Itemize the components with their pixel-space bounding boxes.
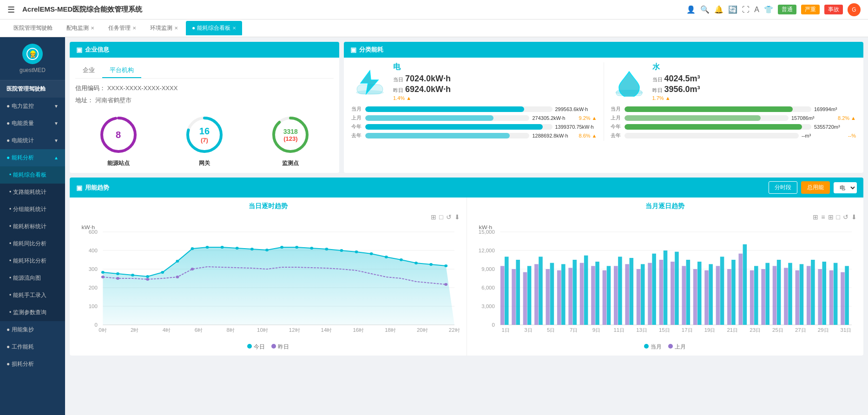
electricity-today: 当日 7024.0kW·h <box>393 74 451 84</box>
skin-icon[interactable]: 👕 <box>764 5 773 14</box>
svg-point-45 <box>161 271 164 274</box>
sidebar-item-yoy-analysis[interactable]: • 能耗同比分析 <box>0 235 65 252</box>
refresh-icon[interactable]: 🔄 <box>728 5 737 14</box>
tab-environment[interactable]: 环境监测 ✕ <box>144 21 184 35</box>
topbar-right: 👤 🔍 🔔 🔄 ⛶ A 👕 普通 严重 事故 G <box>686 3 861 16</box>
sidebar-item-hospital-main[interactable]: 医院管理驾驶舱 <box>0 80 65 98</box>
font-icon[interactable]: A <box>754 6 759 14</box>
svg-text:9日: 9日 <box>592 328 600 333</box>
tab-close-power[interactable]: ✕ <box>91 26 94 31</box>
stat-gateway: 16 (7) 网关 <box>184 114 225 167</box>
sidebar-item-branch-stats[interactable]: • 支路能耗统计 <box>0 184 65 201</box>
svg-rect-146 <box>776 260 781 325</box>
chart-tools-daily: ⊞ □ ↺ ⬇ <box>76 213 460 221</box>
sidebar-item-norm-stats[interactable]: • 能耗析标统计 <box>0 218 65 235</box>
bell-icon[interactable]: 🔔 <box>714 5 723 14</box>
svg-point-51 <box>250 248 254 250</box>
svg-point-55 <box>310 247 313 250</box>
svg-rect-148 <box>784 268 788 325</box>
svg-text:7日: 7日 <box>569 328 578 333</box>
sidebar-item-group-stats[interactable]: • 分组能耗统计 <box>0 201 65 218</box>
chart-tool-refresh[interactable]: ↺ <box>446 213 452 221</box>
menu-icon[interactable]: ☰ <box>7 5 15 15</box>
trend-panel-monthly: 当月逐日趋势 ⊞ ≡ ⊞ □ ↺ ⬇ kW·h <box>467 198 864 356</box>
tab-energy-board[interactable]: ● 能耗综合看板 ✕ <box>186 21 242 35</box>
chart-tool-bar[interactable]: ⊞ <box>431 213 436 221</box>
company-info-addr: 地址： 河南省鹤壁市 <box>75 96 334 105</box>
water-change: 1.7% ▲ <box>652 95 700 101</box>
chart-tool-download[interactable]: ⬇ <box>454 213 460 221</box>
water-today: 当日 4024.5m³ <box>652 74 700 84</box>
sidebar-item-energy-board[interactable]: • 能耗综合看板 <box>0 166 65 184</box>
sidebar-item-work-energy[interactable]: ● 工作能耗 <box>0 338 65 356</box>
content-area: 企业信息 企业 平台机构 信用编码： XXXX-XXXX-XXXX-XXXX 地… <box>65 37 868 415</box>
svg-rect-138 <box>738 254 743 325</box>
status-error[interactable]: 事故 <box>824 5 843 14</box>
svg-text:27日: 27日 <box>795 328 806 333</box>
svg-text:31日: 31日 <box>840 328 851 333</box>
sidebar-item-energy-flow[interactable]: • 能源流向图 <box>0 270 65 287</box>
sidebar-item-power-monitor[interactable]: ● 电力监控 ▼ <box>0 98 65 115</box>
water-icon-wrap <box>611 67 648 97</box>
svg-rect-154 <box>811 260 815 325</box>
company-tab-enterprise[interactable]: 企业 <box>75 63 102 78</box>
sidebar-item-manual-entry[interactable]: • 能耗手工录入 <box>0 287 65 304</box>
chart-tool-type4[interactable]: □ <box>836 213 840 221</box>
svg-rect-94 <box>539 257 543 325</box>
sidebar-item-energy-analysis[interactable]: ● 能耗分析 ▲ <box>0 149 65 166</box>
sidebar-item-meter-reading[interactable]: ● 用能集抄 <box>0 321 65 338</box>
chart-tool-type1[interactable]: ⊞ <box>813 213 818 221</box>
fullscreen-icon[interactable]: ⛶ <box>742 6 750 14</box>
trend-btn-time-period[interactable]: 分时段 <box>769 181 797 194</box>
sidebar-item-monitor-query[interactable]: • 监测参数查询 <box>0 304 65 321</box>
status-warning[interactable]: 严重 <box>801 5 820 14</box>
svg-rect-155 <box>818 269 822 325</box>
svg-rect-106 <box>595 262 599 325</box>
trend-select-type[interactable]: 电 水 气 <box>834 182 857 193</box>
sidebar-item-loss-analysis[interactable]: ● 损耗分析 <box>0 356 65 373</box>
water-header: 水 当日 4024.5m³ 昨日 3956.0m³ <box>611 62 856 101</box>
topbar: ☰ AcrelEMS-MED医院综合能效管理系统 👤 🔍 🔔 🔄 ⛶ A 👕 普… <box>0 0 868 20</box>
svg-rect-141 <box>754 266 758 325</box>
svg-text:25日: 25日 <box>772 328 783 333</box>
user-icon[interactable]: 👤 <box>686 5 696 14</box>
tab-power-monitor[interactable]: 配电监测 ✕ <box>60 21 100 35</box>
svg-rect-91 <box>527 266 531 325</box>
svg-rect-116 <box>640 264 644 325</box>
sidebar-item-power-quality[interactable]: ● 电能质量 ▼ <box>0 115 65 132</box>
tab-task[interactable]: 任务管理 ✕ <box>102 21 142 35</box>
svg-rect-160 <box>841 272 845 325</box>
sidebar-item-mom-analysis[interactable]: • 能耗环比分析 <box>0 252 65 270</box>
svg-rect-89 <box>516 260 520 325</box>
tab-hospital-dashboard[interactable]: 医院管理驾驶舱 <box>7 21 59 35</box>
chart-tool-type2[interactable]: ≡ <box>821 213 825 221</box>
tab-close-env[interactable]: ✕ <box>174 26 178 31</box>
trend-btn-total[interactable]: 总用能 <box>801 181 830 194</box>
energy-category-card: 分类能耗 <box>344 42 863 173</box>
chart-tool-type3[interactable]: ⊞ <box>828 213 834 221</box>
stat-label-monitor: 监测点 <box>282 159 299 167</box>
sidebar-logo: 👷 guestMED <box>0 37 65 80</box>
electricity-change: 1.4% ▲ <box>393 95 451 101</box>
svg-text:21日: 21日 <box>727 328 738 333</box>
avatar[interactable]: G <box>848 3 861 16</box>
search-icon[interactable]: 🔍 <box>700 5 710 14</box>
tab-close-task[interactable]: ✕ <box>132 26 136 31</box>
company-tab-platform[interactable]: 平台机构 <box>102 63 141 78</box>
chart-tool-refresh2[interactable]: ↺ <box>843 213 848 221</box>
sidebar-item-power-stats[interactable]: ● 电能统计 ▼ <box>0 132 65 149</box>
water-yesterday: 昨日 3956.0m³ <box>652 85 700 94</box>
chart-tool-download2[interactable]: ⬇ <box>851 213 857 221</box>
svg-rect-101 <box>572 260 577 325</box>
svg-text:600: 600 <box>89 230 98 235</box>
sidebar: 👷 guestMED 医院管理驾驶舱 ● 电力监控 ▼ ● 电能质量 ▼ ● 电… <box>0 37 65 415</box>
svg-rect-110 <box>613 266 618 325</box>
bar-row-last-year-water: 去年 --m³ --% <box>611 132 856 139</box>
svg-text:19日: 19日 <box>704 328 715 333</box>
tab-close-energy[interactable]: ✕ <box>232 26 236 31</box>
chart-tool-line[interactable]: □ <box>439 213 443 221</box>
svg-point-58 <box>355 250 358 253</box>
svg-text:20时: 20时 <box>417 328 428 333</box>
status-normal[interactable]: 普通 <box>778 5 796 14</box>
svg-rect-108 <box>602 270 606 325</box>
